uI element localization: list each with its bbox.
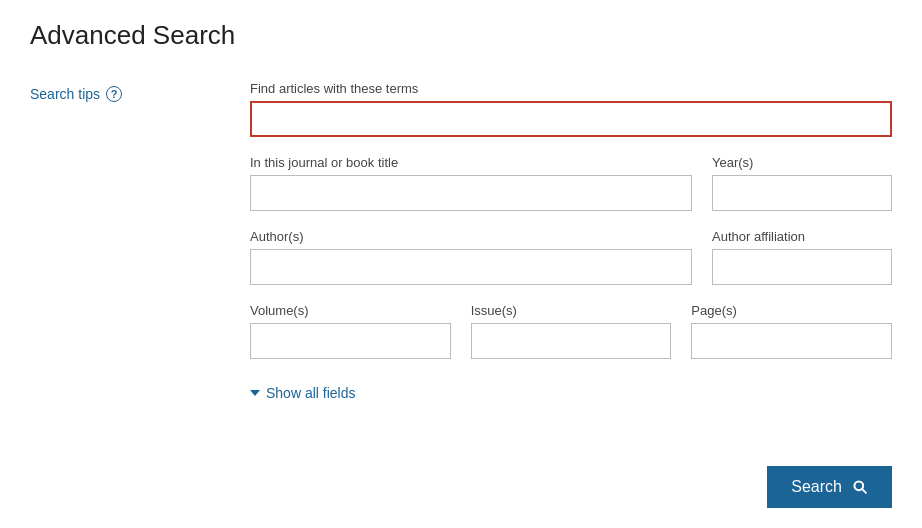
left-sidebar: Search tips ? <box>30 81 250 401</box>
authors-input[interactable] <box>250 249 692 285</box>
author-affiliation-input[interactable] <box>712 249 892 285</box>
authors-label: Author(s) <box>250 229 692 244</box>
search-icon <box>852 479 868 495</box>
issue-group: Issue(s) <box>471 303 672 359</box>
year-group: Year(s) <box>712 155 892 211</box>
volume-issue-page-row: Volume(s) Issue(s) Page(s) <box>250 303 892 377</box>
authors-affiliation-row: Author(s) Author affiliation <box>250 229 892 303</box>
volume-input[interactable] <box>250 323 451 359</box>
page-title: Advanced Search <box>30 20 892 51</box>
authors-group: Author(s) <box>250 229 692 285</box>
page-label: Page(s) <box>691 303 892 318</box>
issue-input[interactable] <box>471 323 672 359</box>
chevron-down-icon <box>250 390 260 396</box>
year-label: Year(s) <box>712 155 892 170</box>
journal-title-label: In this journal or book title <box>250 155 692 170</box>
search-button[interactable]: Search <box>767 466 892 508</box>
page-group: Page(s) <box>691 303 892 359</box>
search-tips-label: Search tips <box>30 86 100 102</box>
volume-group: Volume(s) <box>250 303 451 359</box>
search-button-label: Search <box>791 478 842 496</box>
help-icon: ? <box>106 86 122 102</box>
main-search-input[interactable] <box>250 101 892 137</box>
page-input[interactable] <box>691 323 892 359</box>
main-search-label: Find articles with these terms <box>250 81 892 96</box>
page-container: Advanced Search Search tips ? Find artic… <box>0 0 922 528</box>
author-affiliation-label: Author affiliation <box>712 229 892 244</box>
issue-label: Issue(s) <box>471 303 672 318</box>
journal-title-input[interactable] <box>250 175 692 211</box>
content-area: Search tips ? Find articles with these t… <box>30 81 892 401</box>
year-input[interactable] <box>712 175 892 211</box>
journal-year-row: In this journal or book title Year(s) <box>250 155 892 229</box>
journal-title-group: In this journal or book title <box>250 155 692 211</box>
volume-label: Volume(s) <box>250 303 451 318</box>
form-area: Find articles with these terms In this j… <box>250 81 892 401</box>
main-search-group: Find articles with these terms <box>250 81 892 137</box>
svg-line-1 <box>862 489 866 493</box>
show-all-fields-label: Show all fields <box>266 385 356 401</box>
search-tips-link[interactable]: Search tips ? <box>30 86 250 102</box>
search-button-container: Search <box>767 466 892 508</box>
author-affiliation-group: Author affiliation <box>712 229 892 285</box>
svg-point-0 <box>854 481 863 490</box>
show-all-fields-toggle[interactable]: Show all fields <box>250 385 892 401</box>
